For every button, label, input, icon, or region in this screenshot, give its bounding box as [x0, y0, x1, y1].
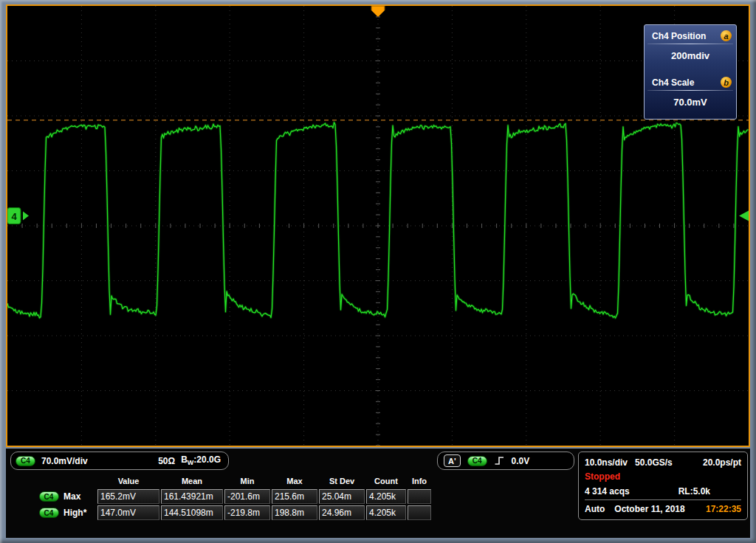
high-min: -219.8m: [224, 505, 270, 520]
channel4-badge-icon: C4: [16, 456, 35, 466]
record-length: RL:5.0k: [678, 486, 710, 497]
col-header-blank: [62, 477, 96, 488]
measurement-name: High*: [62, 508, 96, 518]
high-value: 147.0mV: [97, 505, 159, 520]
ch4-scale-value[interactable]: 70.0mV: [645, 91, 736, 114]
menu-gap: [645, 68, 736, 74]
max-max: 215.6m: [272, 489, 317, 504]
measurement-table: Value Mean Min Max St Dev Count Info C4 …: [37, 477, 431, 520]
max-mean: 161.43921m: [161, 489, 223, 504]
divider: [647, 90, 733, 91]
col-header-mean: Mean: [161, 477, 223, 488]
col-header-count: Count: [366, 477, 406, 488]
channel4-readout[interactable]: C4 70.0mV/div 50Ω BW:20.0G: [10, 452, 229, 470]
col-header-stdev: St Dev: [319, 477, 365, 488]
max-count: 4.205k: [366, 489, 406, 504]
waveform-canvas: 4: [7, 6, 749, 446]
max-info: [408, 489, 431, 504]
col-header-max: Max: [272, 477, 317, 488]
sample-rate: 50.0GS/s: [635, 457, 673, 468]
scope-bezel: 4 Ch4 Position a 200mdiv Ch4 Scale b 70.…: [0, 0, 756, 543]
ch4-position-value[interactable]: 200mdiv: [645, 45, 736, 68]
side-menu-panel: Ch4 Position a 200mdiv Ch4 Scale b 70.0m…: [644, 24, 737, 120]
trigger-position-icon: [371, 6, 385, 17]
time-per-point: 20.0ps/pt: [703, 457, 741, 468]
timebase-per-div: 10.0ns/div: [585, 457, 628, 468]
date-text: October 11, 2018: [614, 504, 684, 514]
bw-value: :20.0G: [193, 454, 221, 465]
channel4-arrow-icon: [23, 212, 29, 221]
high-stdev: 24.96m: [319, 505, 365, 520]
rising-edge-icon: [494, 455, 505, 466]
trigger-level: 0.0V: [512, 456, 530, 466]
menu-item-ch4-position[interactable]: Ch4 Position a: [645, 27, 736, 43]
channel4-scale: 70.0mV/div: [41, 456, 88, 466]
trigger-channel-badge-icon: C4: [467, 456, 487, 466]
max-stdev: 25.04m: [319, 489, 365, 504]
datetime-line: Auto October 11, 2018 17:22:35: [585, 502, 741, 516]
high-count: 4.205k: [366, 505, 406, 520]
menu-item-ch4-scale[interactable]: Ch4 Scale b: [645, 74, 736, 89]
acquisition-status: Stopped: [585, 469, 741, 484]
table-row-badge: C4: [37, 508, 61, 518]
high-mean: 144.51098m: [161, 505, 223, 520]
channel4-impedance: 50Ω: [158, 456, 175, 466]
waveform-display[interactable]: 4 Ch4 Position a 200mdiv Ch4 Scale b 70.…: [6, 4, 750, 447]
channel4-badge-icon: C4: [39, 508, 59, 518]
svg-text:4: 4: [11, 211, 17, 222]
bw-letter: B: [181, 454, 188, 465]
timebase-readout[interactable]: 10.0ns/div 50.0GS/s 20.0ps/pt Stopped 4 …: [578, 452, 748, 520]
col-header-info: Info: [408, 477, 431, 488]
trigger-mode: Auto: [585, 504, 605, 514]
menu-item-label: Ch4 Position: [652, 31, 706, 41]
channel4-badge-icon: C4: [39, 491, 59, 502]
clock-text: 17:22:35: [706, 504, 741, 514]
trigger-readout[interactable]: A' C4 0.0V: [437, 452, 574, 470]
knob-a-icon: a: [721, 30, 732, 41]
max-value: 165.2mV: [97, 489, 159, 504]
timebase-line: 10.0ns/div 50.0GS/s 20.0ps/pt: [585, 455, 741, 469]
trigger-source-badge: A': [444, 454, 461, 467]
acquisition-line: 4 314 acqs RL:5.0k: [585, 484, 741, 498]
table-row-badge: C4: [37, 491, 61, 502]
col-header-min: Min: [224, 477, 270, 488]
high-max: 198.8m: [272, 505, 317, 520]
menu-item-label: Ch4 Scale: [652, 77, 694, 88]
divider: [585, 499, 741, 500]
acquisition-count: 4 314 acqs: [585, 486, 630, 497]
col-header-blank: [37, 477, 61, 488]
trigger-level-arrow-icon: [739, 211, 749, 221]
divider: [647, 44, 733, 44]
channel4-bandwidth: BW:20.0G: [181, 454, 221, 466]
bottom-readout-bar: C4 70.0mV/div 50Ω BW:20.0G A' C4 0.0V 10…: [6, 449, 750, 538]
measurement-name: Max: [62, 491, 96, 502]
high-info: [408, 505, 431, 520]
knob-b-icon: b: [721, 77, 732, 88]
max-min: -201.6m: [224, 489, 270, 504]
col-header-value: Value: [97, 477, 159, 488]
